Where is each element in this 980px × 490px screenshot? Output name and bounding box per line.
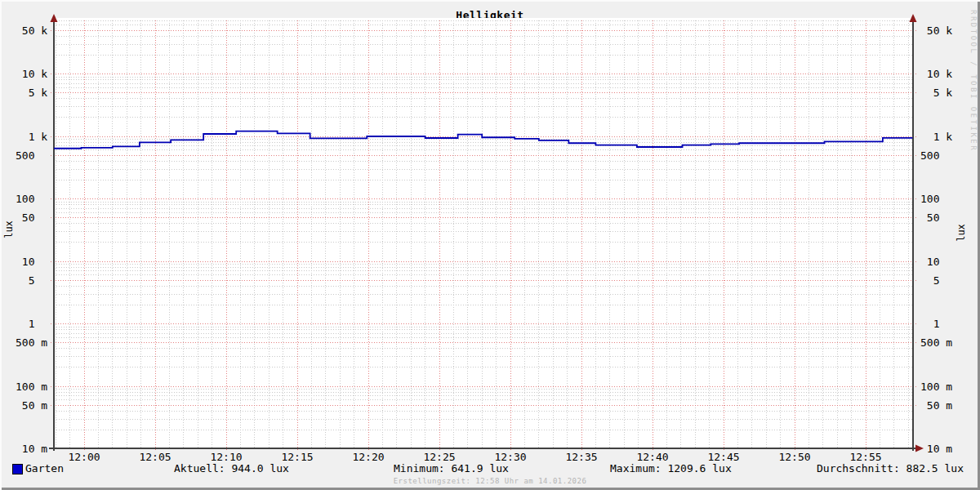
stat-maximum: Maximum: 1209.6 lux bbox=[610, 463, 732, 474]
y-tick-label-right: 100 m bbox=[920, 381, 952, 392]
y-tick-label-left: 5 k bbox=[16, 87, 47, 98]
y-tick-label-left: 500 bbox=[16, 150, 47, 161]
x-tick-label: 12:55 bbox=[841, 452, 890, 462]
x-tick-label: 12:25 bbox=[415, 452, 464, 462]
stat-average: Durchschnitt: 882.5 lux bbox=[817, 463, 964, 474]
rrdtool-graph: Helligkeit 50 k 50 k 10 k 10 k 5 k 5 k 1… bbox=[0, 0, 980, 490]
x-tick-label: 12:30 bbox=[486, 452, 535, 462]
x-tick-label: 12:05 bbox=[131, 452, 180, 462]
x-tick-label: 12:15 bbox=[273, 452, 322, 462]
y-tick-label-right: 10 m bbox=[920, 443, 952, 454]
x-tick-label: 12:35 bbox=[557, 452, 606, 462]
y-tick-label-left: 50 k bbox=[16, 25, 47, 36]
y-tick-label-left: 1 bbox=[16, 318, 47, 329]
y-tick-label-right: 1 bbox=[920, 318, 952, 329]
x-tick-label: 12:20 bbox=[344, 452, 393, 462]
y-tick-label-right: 50 k bbox=[920, 25, 952, 36]
y-tick-label-right: 500 bbox=[920, 150, 952, 161]
legend-label: Garten bbox=[25, 463, 64, 474]
y-axis-unit-left: lux bbox=[3, 220, 15, 238]
y-tick-label-left: 100 bbox=[16, 194, 47, 204]
x-tick-label: 12:45 bbox=[699, 452, 748, 462]
y-tick-label-right: 5 k bbox=[920, 87, 952, 98]
x-tick-label: 12:40 bbox=[628, 452, 677, 462]
y-tick-label-left: 5 bbox=[16, 275, 47, 286]
y-tick-label-right: 50 m bbox=[920, 400, 952, 411]
y-tick-label-left: 1 k bbox=[16, 131, 47, 142]
y-tick-label-right: 10 k bbox=[920, 69, 952, 79]
y-axis-unit-right: lux bbox=[956, 224, 967, 242]
y-tick-label-right: 5 bbox=[920, 275, 952, 286]
y-tick-label-left: 500 m bbox=[16, 337, 47, 348]
x-tick-label: 12:50 bbox=[770, 452, 819, 462]
y-tick-label-right: 100 bbox=[920, 194, 952, 204]
y-tick-label-right: 50 bbox=[920, 212, 952, 223]
y-tick-label-right: 500 m bbox=[920, 337, 952, 348]
y-tick-label-right: 1 k bbox=[920, 131, 952, 142]
rrdtool-watermark: RRDTOOL / TOBI OETIKER bbox=[969, 10, 978, 152]
stat-minimum: Minimum: 641.9 lux bbox=[394, 463, 509, 474]
x-tick-label: 12:00 bbox=[60, 452, 109, 462]
y-tick-label-left: 10 k bbox=[16, 69, 47, 79]
x-tick-label: 12:10 bbox=[202, 452, 251, 462]
y-tick-label-left: 100 m bbox=[16, 381, 47, 392]
y-tick-label-right: 10 bbox=[920, 256, 952, 267]
stat-current: Aktuell: 944.0 lux bbox=[174, 463, 289, 474]
chart-canvas bbox=[0, 0, 980, 490]
y-tick-label-left: 50 m bbox=[16, 400, 47, 411]
y-tick-label-left: 10 bbox=[16, 256, 47, 267]
generation-timestamp: Erstellungszeit: 12:58 Uhr am 14.01.2026 bbox=[0, 477, 980, 485]
y-tick-label-left: 50 bbox=[16, 212, 47, 223]
legend-swatch-garten bbox=[12, 464, 23, 474]
y-tick-label-left: 10 m bbox=[16, 443, 47, 454]
